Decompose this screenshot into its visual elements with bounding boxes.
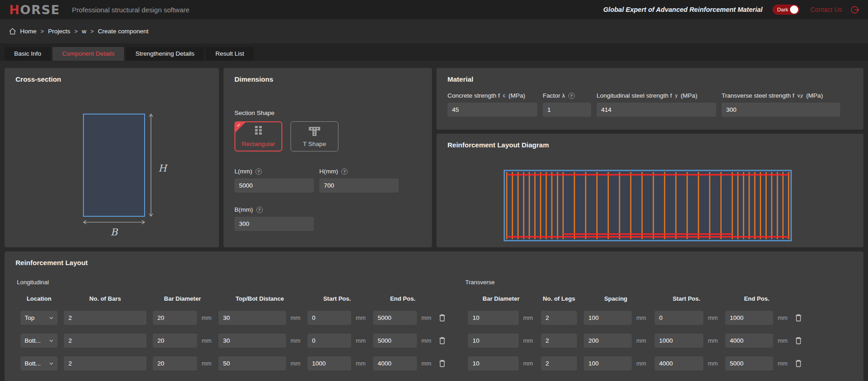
- help-icon[interactable]: ?: [256, 207, 263, 213]
- material-field-input-0[interactable]: [447, 103, 537, 117]
- bar-diameter-input[interactable]: [153, 311, 197, 325]
- spacing-input[interactable]: [584, 356, 632, 371]
- end-pos-input[interactable]: [373, 311, 417, 325]
- spacing-input[interactable]: [584, 334, 632, 348]
- start-pos-input[interactable]: [655, 334, 703, 348]
- transverse-headers: Bar DiameterNo. of LegsSpacingStart Pos.…: [468, 295, 852, 302]
- unit-label: mm: [421, 337, 431, 344]
- transverse-row: mmmmmmmm: [468, 334, 852, 348]
- section-shape-label: Section Shape: [234, 110, 421, 116]
- delete-row-button[interactable]: [795, 360, 806, 367]
- bar-diameter-input[interactable]: [153, 334, 197, 348]
- hmm-label: H(mm)?: [319, 168, 399, 175]
- hmm-input[interactable]: [319, 178, 399, 193]
- location-select[interactable]: Bott...: [21, 356, 57, 371]
- column-header: Start Pos.: [655, 295, 718, 302]
- breadcrumb-item[interactable]: Create component: [98, 28, 148, 35]
- tab-bar: Basic InfoComponent DetailsStrengthening…: [0, 43, 868, 61]
- start-pos-input[interactable]: [655, 356, 703, 371]
- bar-diameter-input[interactable]: [468, 334, 519, 348]
- logo-gray-letters: ORSE: [20, 3, 60, 17]
- unit-label: mm: [356, 314, 366, 321]
- bar-diameter-input[interactable]: [468, 356, 519, 371]
- help-icon[interactable]: ?: [255, 168, 262, 175]
- home-button[interactable]: [9, 28, 16, 35]
- unit-label: mm: [523, 337, 533, 344]
- chevron-down-icon: [49, 339, 53, 342]
- longitudinal-rows: TopmmmmmmmmBott...mmmmmmmmBott...mmmmmmm…: [16, 311, 465, 371]
- start-pos-input[interactable]: [307, 356, 351, 371]
- theme-toggle-knob[interactable]: [790, 5, 798, 14]
- logout-icon: [850, 5, 860, 15]
- help-icon[interactable]: ?: [568, 93, 575, 99]
- theme-toggle-label: Dark: [777, 7, 788, 12]
- end-pos-input[interactable]: [725, 334, 773, 348]
- bar-diameter-input[interactable]: [468, 311, 519, 325]
- location-select[interactable]: Bott...: [21, 334, 57, 348]
- no-of-legs-input[interactable]: [541, 356, 577, 371]
- theme-toggle[interactable]: Dark: [773, 5, 800, 15]
- column-header: Bar Diameter: [468, 295, 534, 302]
- breadcrumb-item[interactable]: Projects: [48, 28, 70, 35]
- no-of-legs-input[interactable]: [541, 334, 577, 348]
- bmm-input[interactable]: [234, 217, 314, 231]
- delete-row-button[interactable]: [439, 314, 450, 322]
- breadcrumb-item[interactable]: w: [82, 28, 86, 35]
- no-of-bars-input[interactable]: [64, 311, 146, 325]
- delete-row-button[interactable]: [795, 337, 806, 344]
- no-of-bars-input[interactable]: [64, 356, 146, 371]
- end-pos-input[interactable]: [725, 356, 773, 371]
- tab-component-details[interactable]: Component Details: [52, 47, 124, 61]
- contact-us-link[interactable]: Contact Us: [811, 6, 842, 13]
- unit-label: mm: [356, 337, 366, 344]
- transverse-table: Transverse Bar DiameterNo. of LegsSpacin…: [465, 279, 852, 379]
- shape-card-rectangular[interactable]: ✓Rectangular: [234, 121, 282, 151]
- material-field-label-0: Concrete strength fc(MPa): [447, 92, 537, 99]
- top-bot-distance-input[interactable]: [218, 334, 286, 348]
- end-pos-input[interactable]: [373, 334, 417, 348]
- spacing-input[interactable]: [584, 311, 632, 325]
- location-select[interactable]: Top: [21, 311, 57, 325]
- start-pos-input[interactable]: [655, 311, 703, 325]
- delete-row-button[interactable]: [795, 314, 806, 322]
- material-field-input-1[interactable]: [543, 103, 591, 117]
- no-of-legs-input[interactable]: [541, 311, 577, 325]
- end-pos-input[interactable]: [373, 356, 417, 371]
- unit-label: mm: [708, 314, 718, 321]
- breadcrumb-item[interactable]: Home: [20, 28, 36, 35]
- cross-section-drawing: HB: [16, 83, 208, 243]
- start-pos-input[interactable]: [307, 334, 351, 348]
- end-pos-input[interactable]: [725, 311, 773, 325]
- material-field-input-3[interactable]: [722, 103, 840, 117]
- material-field-1: Factor λ?: [543, 92, 591, 117]
- tab-result-list[interactable]: Result List: [206, 47, 254, 61]
- column-header: Bar Diameter: [153, 295, 212, 302]
- trash-icon: [795, 337, 802, 344]
- transverse-row: mmmmmmmm: [468, 311, 852, 325]
- shape-card-t-shape[interactable]: T Shape: [291, 121, 338, 151]
- section-shape-cards: ✓RectangularT Shape: [234, 121, 421, 151]
- delete-row-button[interactable]: [439, 360, 450, 367]
- unit-label: mm: [636, 337, 646, 344]
- transverse-rows: mmmmmmmmmmmmmmmmmmmmmmmm: [465, 311, 852, 371]
- top-bot-distance-input[interactable]: [218, 311, 286, 325]
- unit-label: mm: [523, 314, 533, 321]
- tab-strengthening-details[interactable]: Strengthening Details: [126, 47, 204, 61]
- start-pos-input[interactable]: [307, 311, 351, 325]
- help-icon[interactable]: ?: [341, 168, 348, 175]
- transverse-subtitle: Transverse: [465, 279, 852, 286]
- material-field-input-2[interactable]: [597, 103, 716, 117]
- logout-button[interactable]: [850, 5, 860, 15]
- unit-label: mm: [778, 337, 788, 344]
- no-of-bars-input[interactable]: [64, 334, 146, 348]
- unit-label: mm: [708, 360, 718, 367]
- width-dimension-label: B: [110, 227, 118, 238]
- longitudinal-table: Longitudinal LocationNo. of BarsBar Diam…: [16, 279, 465, 379]
- top-bot-distance-input[interactable]: [218, 356, 286, 371]
- bar-diameter-input[interactable]: [153, 356, 197, 371]
- lmm-input[interactable]: [234, 178, 314, 193]
- tab-basic-info[interactable]: Basic Info: [5, 47, 51, 61]
- delete-row-button[interactable]: [439, 337, 450, 344]
- trash-icon: [439, 360, 446, 367]
- reinforcement-layout-panel: Reinforcement Layout Longitudinal Locati…: [5, 251, 863, 381]
